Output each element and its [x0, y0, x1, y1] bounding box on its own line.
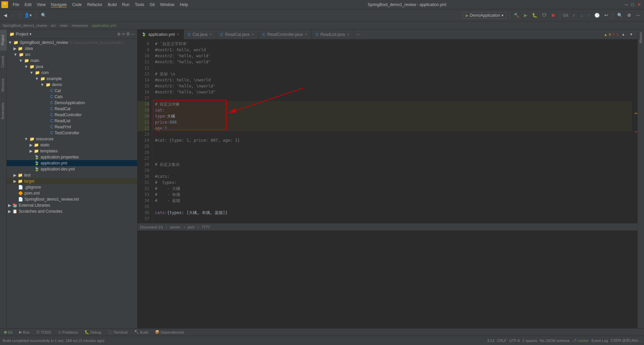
tree-idea[interactable]: ▶ 📁 .idea — [7, 46, 137, 52]
tree-target[interactable]: ▶ 📁 target — [7, 178, 137, 184]
bottom-run-button[interactable]: ▶ Run — [18, 330, 31, 335]
tree-extlibs[interactable]: ▶ 📚 External Libraries — [7, 202, 137, 208]
toolbar-debug[interactable]: 🐛 — [530, 12, 539, 19]
run-configuration[interactable]: ▶ DemoApplication ▾ — [463, 12, 507, 19]
breadcrumb-item-2[interactable]: main — [60, 23, 68, 27]
toolbar-run[interactable]: ▶ — [522, 12, 529, 19]
toolbar-stop[interactable]: ⏹ — [549, 12, 557, 19]
bottom-build-button[interactable]: 🔨 Build — [133, 330, 149, 335]
tab-readlist-java[interactable]: C ReadList.java ✕ — [312, 29, 354, 40]
tree-cats-file[interactable]: C Cats — [7, 94, 137, 100]
tab-readcat-java[interactable]: C ReadCat.java ✕ — [216, 29, 259, 40]
menu-build[interactable]: Build — [105, 2, 119, 8]
tree-scratches[interactable]: ▶ 📋 Scratches and Consoles — [7, 208, 137, 214]
git-update[interactable]: ↓ — [579, 12, 585, 19]
code-editor[interactable]: 8 9 10 11 12 13 14 15 16 17 18 19 20 21 … — [138, 40, 637, 223]
tree-com[interactable]: ▼ 📁 com — [7, 70, 137, 76]
tree-iml-file[interactable]: 📄 SpringBoot_demo1_review.iml — [7, 196, 137, 202]
tree-resources[interactable]: ▼ 📁 resources — [7, 136, 137, 142]
breadcrumb-item-0[interactable]: SpringBoot_demo1_review — [3, 23, 47, 27]
project-collapse-icon[interactable]: ≡ — [122, 31, 125, 37]
git-history[interactable]: 🕐 — [593, 12, 601, 19]
tree-appyml-file[interactable]: 🍃 application.yml — [7, 160, 137, 166]
schema-indicator[interactable]: No JSON schema — [540, 339, 570, 343]
tab-more-button[interactable]: ⋯ — [354, 32, 363, 37]
bottom-git-button[interactable]: Git — [3, 330, 14, 335]
tree-demoapplication-file[interactable]: C DemoApplication — [7, 100, 137, 106]
tree-testcontroller-file[interactable]: C TestController — [7, 130, 137, 136]
menu-navigate[interactable]: Navigate — [48, 2, 69, 8]
menu-tools[interactable]: Tools — [132, 2, 147, 8]
tree-src[interactable]: ▼ 📁 src — [7, 52, 137, 58]
menu-refactor[interactable]: Refactor — [85, 2, 105, 8]
tab-cat-java[interactable]: C Cat.java ✕ — [184, 29, 216, 40]
bottom-dependencies-button[interactable]: 📦 Dependencies — [154, 330, 185, 335]
close-button[interactable]: ✕ — [636, 1, 643, 8]
git-branch-indicator[interactable]: ⎇ master — [572, 338, 589, 343]
toolbar-build[interactable]: 🔨 — [512, 12, 521, 19]
cursor-position[interactable]: 3:13 — [487, 339, 494, 343]
sidebar-tab-project[interactable]: Project — [0, 29, 7, 51]
tree-readcontroller-file[interactable]: C ReadController — [7, 112, 137, 118]
line-separator[interactable]: CRLF — [497, 339, 507, 343]
tab-readlistjava-close[interactable]: ✕ — [347, 32, 350, 36]
tree-pomxml-file[interactable]: 🔶 pom.xml — [7, 190, 137, 196]
tree-templates[interactable]: ▶ 📁 templates — [7, 148, 137, 154]
tab-readcontrollerjava-close[interactable]: ✕ — [305, 32, 307, 36]
maven-tab[interactable]: Maven — [638, 29, 644, 46]
menu-edit[interactable]: Edit — [22, 2, 34, 8]
menu-git[interactable]: Git — [147, 2, 157, 8]
menu-code[interactable]: Code — [69, 2, 85, 8]
toolbar-run-with-coverage[interactable]: 🛡 — [540, 12, 548, 19]
toolbar-settings[interactable]: ⚙ — [626, 12, 633, 19]
project-dropdown-icon[interactable]: ▾ — [30, 32, 32, 37]
tree-test[interactable]: ▶ 📁 test — [7, 172, 137, 178]
tree-appdevyml-file[interactable]: 🍃 application-dev.yml — [7, 166, 137, 172]
toolbar-search-everywhere[interactable]: 🔍 — [39, 12, 48, 19]
git-push[interactable]: ↑ — [586, 12, 592, 19]
tree-java[interactable]: ▼ 📁 java — [7, 64, 137, 70]
toolbar-search[interactable]: 🔍 — [615, 12, 624, 19]
tree-root[interactable]: ▼ 📁 SpringBoot_demo1_review D:\Java\code… — [7, 40, 137, 46]
tree-readlist-file[interactable]: C ReadList — [7, 118, 137, 124]
tab-appyml-close[interactable]: ✕ — [177, 32, 179, 36]
minimize-button[interactable]: ─ — [623, 1, 630, 8]
indent-indicator[interactable]: 2 spaces — [523, 339, 537, 343]
git-rollback[interactable]: ↩ — [603, 12, 610, 19]
tree-appproperties-file[interactable]: 🍃 application.properties — [7, 154, 137, 160]
bottom-problems-button[interactable]: ⚠ Problems — [57, 330, 79, 335]
tree-readcat-file[interactable]: C ReadCat — [7, 106, 137, 112]
bottom-debug-button[interactable]: 🐛 Debug — [83, 330, 102, 335]
toolbar-back[interactable]: ◀ — [2, 12, 9, 19]
tab-readcatjava-close[interactable]: ✕ — [252, 32, 254, 36]
menu-help[interactable]: Help — [177, 2, 191, 8]
tree-static[interactable]: ▶ 📁 static — [7, 142, 137, 148]
breadcrumb-item-4[interactable]: application.yml — [92, 23, 116, 27]
breadcrumb-item-1[interactable]: src — [51, 23, 56, 27]
breadcrumb-item-3[interactable]: resources — [72, 23, 88, 27]
sidebar-tab-structure[interactable]: Structure — [0, 73, 7, 97]
toolbar-more[interactable]: ⋯ — [634, 12, 642, 19]
maximize-button[interactable]: □ — [630, 1, 636, 8]
tree-gitignore-file[interactable]: 📄 .gitignore — [7, 184, 137, 190]
project-locate-icon[interactable]: ⊕ — [117, 31, 121, 37]
tab-application-yml[interactable]: 🍃 application.yml ✕ — [138, 29, 184, 40]
encoding-indicator[interactable]: UTF-8 — [509, 339, 520, 343]
menu-file[interactable]: File — [10, 2, 22, 8]
tab-catjava-close[interactable]: ✕ — [209, 32, 212, 36]
sidebar-tab-commit[interactable]: Commit — [0, 51, 7, 73]
toolbar-profile[interactable]: 👤▾ — [22, 12, 34, 19]
toolbar-forward[interactable]: ▶ — [10, 12, 17, 19]
warning-down-button[interactable]: ▼ — [628, 31, 635, 37]
tab-readcontroller-java[interactable]: C ReadController.java ✕ — [259, 29, 312, 40]
menu-window[interactable]: Window — [157, 2, 177, 8]
bottom-terminal-button[interactable]: ⬛ Terminal — [107, 330, 129, 335]
tree-readyml-file[interactable]: C ReadYml — [7, 124, 137, 130]
tree-main[interactable]: ▼ 📁 main — [7, 58, 137, 64]
editor-scrollbar[interactable] — [635, 40, 637, 223]
git-commit[interactable]: ✓ — [571, 12, 578, 19]
bottom-todo-button[interactable]: ☑ TODO — [35, 330, 53, 335]
menu-view[interactable]: View — [34, 2, 48, 8]
tree-example[interactable]: ▼ 📁 example — [7, 76, 137, 82]
code-content[interactable]: # `自定义字符串` #exstr1: hello, world #exstr2… — [152, 40, 635, 223]
